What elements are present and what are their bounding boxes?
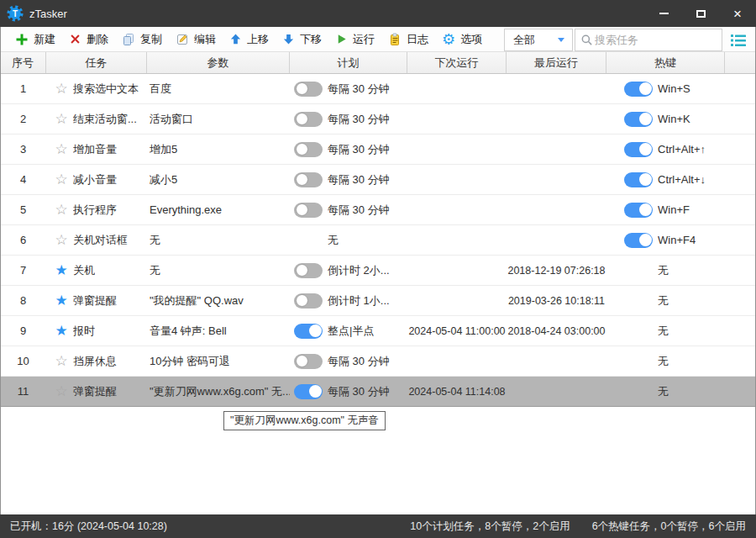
task-cell: ☆执行程序 xyxy=(46,195,147,224)
schedule-text: 每隔 30 分钟 xyxy=(328,112,390,127)
table-row[interactable]: 7★关机无倒计时 2小...2018-12-19 07:26:18无 xyxy=(0,256,756,286)
schedule-toggle[interactable] xyxy=(294,354,323,369)
window-controls: × xyxy=(645,0,756,27)
column-header-last-run[interactable]: 最后运行 xyxy=(507,52,606,73)
star-outline-icon[interactable]: ☆ xyxy=(53,82,70,96)
table-row[interactable]: 10☆挡屏休息10分钟 密码可退每隔 30 分钟无 xyxy=(0,346,756,377)
search-input[interactable] xyxy=(593,33,717,47)
edit-task-button[interactable]: 编辑 xyxy=(169,28,223,51)
column-header-task[interactable]: 任务 xyxy=(46,52,147,73)
star-outline-icon[interactable]: ☆ xyxy=(53,142,70,156)
maximize-button[interactable] xyxy=(682,0,719,27)
svg-text:T: T xyxy=(13,9,18,18)
table-row[interactable]: 4☆减小音量减小5每隔 30 分钟Ctrl+Alt+↓ xyxy=(0,165,756,195)
hotkey-toggle[interactable] xyxy=(624,233,653,248)
hotkey-cell: 无 xyxy=(606,256,725,285)
task-name: 增加音量 xyxy=(73,142,117,157)
column-header-hotkey[interactable]: 热键 xyxy=(606,52,725,73)
column-header-params[interactable]: 参数 xyxy=(147,52,290,73)
schedule-cell: 每隔 30 分钟 xyxy=(290,346,407,376)
toggle-knob xyxy=(639,203,652,216)
schedule-toggle[interactable] xyxy=(294,112,323,127)
task-params: 10分钟 密码可退 xyxy=(147,346,290,376)
hotkey-toggle[interactable] xyxy=(624,203,653,218)
schedule-toggle[interactable] xyxy=(294,263,323,278)
arrow-down-icon xyxy=(282,33,295,45)
column-header-number[interactable]: 序号 xyxy=(0,52,46,73)
list-view-button[interactable] xyxy=(727,30,749,50)
hotkey-toggle[interactable] xyxy=(624,142,653,157)
hotkey-text: Win+F4 xyxy=(658,234,696,246)
last-run xyxy=(507,74,606,103)
schedule-toggle[interactable] xyxy=(294,172,323,187)
table-row[interactable]: 1☆搜索选中文本百度每隔 30 分钟Win+S xyxy=(0,74,756,104)
options-button[interactable]: ⚙ 选项 xyxy=(435,28,489,51)
run-task-button[interactable]: 运行 xyxy=(328,28,381,51)
minimize-icon xyxy=(659,13,669,14)
log-label: 日志 xyxy=(407,32,428,47)
star-outline-icon[interactable]: ☆ xyxy=(53,354,70,368)
row-end xyxy=(725,104,756,134)
table-row[interactable]: 11☆弹窗提醒"更新刀网www.x6g.com" 无...每隔 30 分钟202… xyxy=(0,377,756,407)
star-outline-icon[interactable]: ☆ xyxy=(53,203,70,217)
edit-pencil-icon xyxy=(176,33,189,46)
new-task-button[interactable]: 新建 xyxy=(8,28,62,51)
log-button[interactable]: 日志 xyxy=(381,28,435,51)
hotkey-text: 无 xyxy=(658,354,669,369)
star-filled-icon[interactable]: ★ xyxy=(53,324,70,338)
minimize-button[interactable] xyxy=(645,0,682,27)
toolbar: 新建 删除 复制 编辑 上移 下移 运行 xyxy=(0,27,756,52)
hotkey-text: Win+S xyxy=(658,82,690,95)
delete-task-button[interactable]: 删除 xyxy=(62,28,115,51)
close-button[interactable]: × xyxy=(719,0,756,27)
move-down-button[interactable]: 下移 xyxy=(276,28,328,51)
schedule-toggle[interactable] xyxy=(294,82,323,97)
schedule-toggle[interactable] xyxy=(294,142,323,157)
star-outline-icon[interactable]: ☆ xyxy=(53,112,70,126)
schedule-cell: 每隔 30 分钟 xyxy=(290,134,407,164)
table-row[interactable]: 6☆关机对话框无无Win+F4 xyxy=(0,225,756,256)
row-number: 2 xyxy=(0,104,46,134)
hotkey-toggle[interactable] xyxy=(624,112,653,127)
star-filled-icon[interactable]: ★ xyxy=(53,263,70,277)
copy-task-button[interactable]: 复制 xyxy=(115,28,169,51)
schedule-toggle[interactable] xyxy=(294,203,323,218)
table-row[interactable]: 9★报时音量4 钟声: Bell整点|半点2024-05-04 11:00:00… xyxy=(0,316,756,346)
row-number: 6 xyxy=(0,225,46,255)
schedule-text: 每隔 30 分钟 xyxy=(328,142,390,157)
uptime-status: 已开机：16分 (2024-05-04 10:28) xyxy=(10,520,167,534)
column-header-schedule[interactable]: 计划 xyxy=(290,52,407,73)
task-cell: ☆关机对话框 xyxy=(46,225,147,255)
copy-icon xyxy=(122,33,135,46)
arrow-up-icon xyxy=(229,33,242,45)
filter-dropdown[interactable]: 全部 xyxy=(504,29,573,51)
toggle-knob xyxy=(639,234,652,246)
hotkey-toggle[interactable] xyxy=(624,82,653,97)
task-cell: ☆减小音量 xyxy=(46,165,147,194)
table-row[interactable]: 3☆增加音量增加5每隔 30 分钟Ctrl+Alt+↑ xyxy=(0,134,756,165)
plus-icon xyxy=(15,33,29,46)
hotkey-cell: Ctrl+Alt+↓ xyxy=(606,165,725,194)
table-row[interactable]: 5☆执行程序Everything.exe每隔 30 分钟Win+F xyxy=(0,195,756,225)
delete-task-label: 删除 xyxy=(87,32,108,47)
task-name: 执行程序 xyxy=(73,203,117,218)
ztasker-window: T zTasker × 新建 删除 复制 编辑 xyxy=(0,0,756,538)
hotkey-cell: Win+F4 xyxy=(606,225,725,255)
star-outline-icon[interactable]: ☆ xyxy=(53,233,70,247)
star-outline-icon[interactable]: ☆ xyxy=(53,384,70,398)
hotkey-toggle[interactable] xyxy=(624,172,653,187)
table-row[interactable]: 2☆结束活动窗...活动窗口每隔 30 分钟Win+K xyxy=(0,104,756,134)
row-end xyxy=(725,74,756,103)
column-header-next-run[interactable]: 下次运行 xyxy=(407,52,507,73)
task-cell: ☆挡屏休息 xyxy=(46,346,147,376)
toggle-knob xyxy=(296,173,308,186)
schedule-toggle[interactable] xyxy=(294,384,323,399)
star-filled-icon[interactable]: ★ xyxy=(53,293,70,308)
star-outline-icon[interactable]: ☆ xyxy=(53,172,70,187)
hotkey-cell: 无 xyxy=(606,377,725,406)
schedule-toggle[interactable] xyxy=(294,324,323,339)
search-box xyxy=(575,29,722,51)
schedule-toggle[interactable] xyxy=(294,293,323,309)
table-row[interactable]: 8★弹窗提醒"我的提醒" QQ.wav倒计时 1小...2019-03-26 1… xyxy=(0,286,756,316)
move-up-button[interactable]: 上移 xyxy=(223,28,276,51)
